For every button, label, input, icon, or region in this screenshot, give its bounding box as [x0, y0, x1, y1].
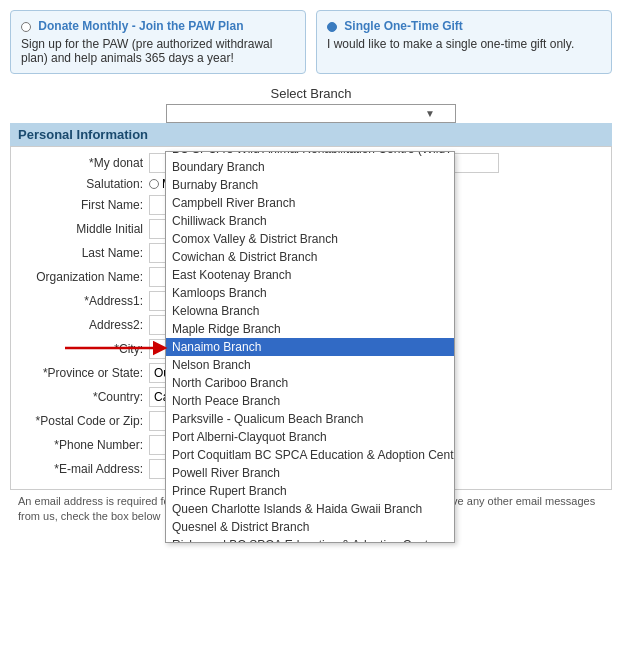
- branch-dropdown[interactable]: 100 Mile House BranchAbbotsford/Langley …: [165, 151, 455, 543]
- main-content: Personal Information 100 Mile House Bran…: [0, 123, 622, 529]
- dropdown-item[interactable]: Boundary Branch: [166, 158, 454, 176]
- personal-info-header: Personal Information: [10, 123, 612, 146]
- dropdown-item[interactable]: North Cariboo Branch: [166, 374, 454, 392]
- branch-select-wrapper: ▼: [0, 104, 622, 123]
- dropdown-item[interactable]: Prince Rupert Branch: [166, 482, 454, 500]
- branch-select[interactable]: ▼: [166, 104, 456, 123]
- dropdown-item[interactable]: Chilliwack Branch: [166, 212, 454, 230]
- donation-options: Donate Monthly - Join the PAW Plan Sign …: [0, 0, 622, 82]
- onetime-option-title: Single One-Time Gift: [327, 19, 601, 33]
- dropdown-item[interactable]: Maple Ridge Branch: [166, 320, 454, 338]
- phone-label: *Phone Number:: [19, 438, 149, 452]
- select-branch-label: Select Branch: [0, 86, 622, 101]
- dropdown-item[interactable]: Burnaby Branch: [166, 176, 454, 194]
- dropdown-item[interactable]: Nelson Branch: [166, 356, 454, 374]
- dropdown-item[interactable]: Kelowna Branch: [166, 302, 454, 320]
- dropdown-item[interactable]: East Kootenay Branch: [166, 266, 454, 284]
- onetime-radio[interactable]: [327, 22, 337, 32]
- dropdown-item[interactable]: Powell River Branch: [166, 464, 454, 482]
- onetime-option-desc: I would like to make a single one-time g…: [327, 37, 601, 51]
- monthly-option[interactable]: Donate Monthly - Join the PAW Plan Sign …: [10, 10, 306, 74]
- dropdown-arrow-icon: ▼: [425, 108, 435, 119]
- dropdown-item[interactable]: Nanaimo Branch: [166, 338, 454, 356]
- email-label: *E-mail Address:: [19, 462, 149, 476]
- dropdown-item[interactable]: Richmond BC SPCA Education & Adoption Ce…: [166, 536, 454, 542]
- monthly-radio[interactable]: [21, 22, 31, 32]
- monthly-option-title: Donate Monthly - Join the PAW Plan: [21, 19, 295, 33]
- address2-label: Address2:: [19, 318, 149, 332]
- salutation-label: Salutation:: [19, 177, 149, 191]
- dropdown-item[interactable]: Campbell River Branch: [166, 194, 454, 212]
- postal-label: *Postal Code or Zip:: [19, 414, 149, 428]
- dropdown-item[interactable]: Port Alberni-Clayquot Branch: [166, 428, 454, 446]
- donation-label: *My donat: [19, 156, 149, 170]
- dropdown-item[interactable]: Queen Charlotte Islands & Haida Gwaii Br…: [166, 500, 454, 518]
- address1-label: *Address1:: [19, 294, 149, 308]
- select-branch-section: Select Branch ▼: [0, 86, 622, 123]
- province-label: *Province or State:: [19, 366, 149, 380]
- red-arrow-icon: [60, 338, 170, 358]
- salutation-radio[interactable]: [149, 179, 159, 189]
- arrow-indicator: [60, 338, 170, 361]
- dropdown-item[interactable]: Port Coquitlam BC SPCA Education & Adopt…: [166, 446, 454, 464]
- dropdown-list[interactable]: 100 Mile House BranchAbbotsford/Langley …: [166, 152, 454, 542]
- monthly-option-desc: Sign up for the PAW (pre authorized with…: [21, 37, 295, 65]
- org-name-label: Organization Name:: [19, 270, 149, 284]
- dropdown-item[interactable]: Kamloops Branch: [166, 284, 454, 302]
- onetime-option[interactable]: Single One-Time Gift I would like to mak…: [316, 10, 612, 74]
- dropdown-item[interactable]: Quesnel & District Branch: [166, 518, 454, 536]
- dropdown-item[interactable]: Cowichan & District Branch: [166, 248, 454, 266]
- country-label: *Country:: [19, 390, 149, 404]
- dropdown-item[interactable]: Parksville - Qualicum Beach Branch: [166, 410, 454, 428]
- last-name-label: Last Name:: [19, 246, 149, 260]
- dropdown-item[interactable]: Comox Valley & District Branch: [166, 230, 454, 248]
- first-name-label: First Name:: [19, 198, 149, 212]
- middle-initial-label: Middle Initial: [19, 222, 149, 236]
- dropdown-item[interactable]: North Peace Branch: [166, 392, 454, 410]
